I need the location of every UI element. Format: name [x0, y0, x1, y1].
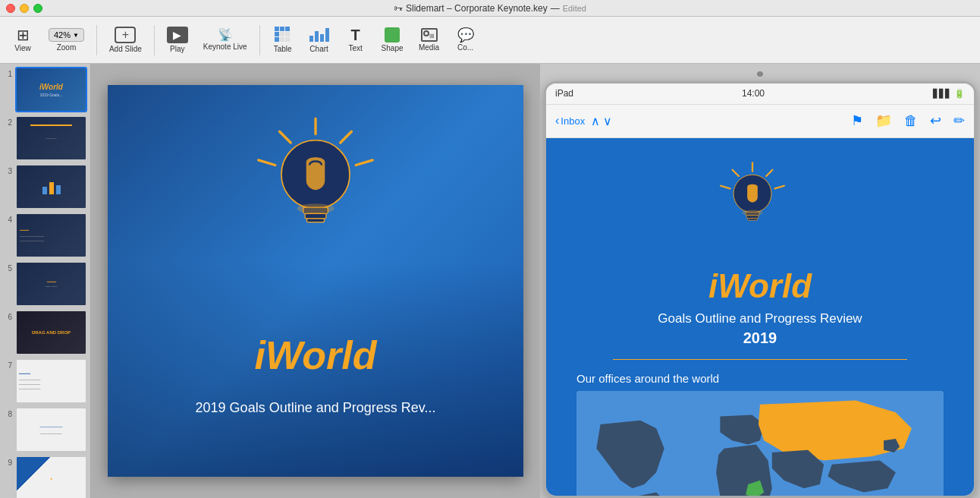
- up-arrow-icon[interactable]: ∧: [591, 114, 600, 128]
- reply-icon[interactable]: ↩: [930, 112, 941, 129]
- trash-icon[interactable]: 🗑: [904, 113, 918, 129]
- chart-label: Chart: [309, 45, 328, 53]
- chart-icon: [309, 27, 329, 43]
- slide-number: 8: [3, 410, 12, 418]
- flag-icon[interactable]: ⚑: [851, 112, 863, 129]
- zoom-dropdown[interactable]: 42% ▼: [49, 28, 84, 42]
- list-item[interactable]: 6 DRAG AND DROP: [3, 310, 87, 355]
- slide-thumbnail[interactable]: [15, 164, 87, 210]
- slide-thumbnail[interactable]: ●: [15, 455, 87, 498]
- slide-number: 7: [3, 361, 12, 370]
- list-item[interactable]: 1 iWorld 2019 Goals...: [3, 67, 87, 112]
- title-bar: 🗝 Slidemart – Corporate Keynote.key — Ed…: [0, 0, 980, 17]
- list-item[interactable]: 5 ━━━━ ── ──: [3, 261, 87, 307]
- comment-button[interactable]: 💬 Co...: [449, 25, 482, 55]
- close-button[interactable]: [6, 4, 15, 13]
- canvas-area[interactable]: iWorld 2019 Goals Outline and Progress R…: [91, 64, 540, 498]
- svg-line-11: [766, 170, 772, 176]
- add-slide-icon: +: [115, 27, 136, 43]
- list-item[interactable]: 2 ────: [3, 115, 87, 161]
- svg-line-3: [280, 131, 291, 143]
- text-icon: T: [350, 27, 360, 43]
- add-slide-button[interactable]: + Add Slide: [103, 24, 148, 56]
- slide-number: 9: [3, 459, 12, 467]
- svg-line-14: [721, 186, 730, 189]
- ipad-brand: iPad: [555, 88, 573, 99]
- ipad-slide-year: 2019: [743, 329, 777, 347]
- list-item[interactable]: 4 ━━━━ ───────── ─────────: [3, 213, 87, 258]
- shape-button[interactable]: Shape: [375, 24, 410, 55]
- slide-thumb-content: [17, 165, 86, 208]
- add-slide-label: Add Slide: [109, 45, 142, 53]
- slide-thumbnail[interactable]: ━━━━━ ──────── ──────── ────────: [15, 358, 87, 404]
- table-button[interactable]: Table: [266, 24, 300, 56]
- wifi-icon: ▋▋▋: [933, 89, 951, 99]
- ipad-offices-label: Our offices around the world: [576, 372, 719, 385]
- zoom-control[interactable]: 42% ▼ Zoom: [42, 25, 90, 55]
- list-item[interactable]: 9 ●: [3, 455, 87, 498]
- shape-icon: [385, 27, 400, 43]
- chevron-left-icon: ‹: [555, 114, 559, 128]
- view-button[interactable]: ⊞ View: [6, 24, 39, 55]
- ipad-status-icons: ▋▋▋ 🔋: [933, 89, 965, 99]
- keynote-live-button[interactable]: 📡 Keynote Live: [197, 26, 253, 54]
- ipad-device: iPad 14:00 ▋▋▋ 🔋 ‹ Inbox ∧ ∨: [544, 81, 976, 498]
- svg-point-9: [297, 203, 334, 213]
- svg-line-12: [775, 186, 784, 189]
- inbox-back-button[interactable]: ‹ Inbox: [555, 114, 585, 128]
- text-button[interactable]: T Text: [339, 24, 372, 55]
- toolbar: ⊞ View 42% ▼ Zoom + Add Slide ▶ Play 📡 K…: [0, 17, 980, 64]
- slide-panel[interactable]: 1 iWorld 2019 Goals... 2 ────: [0, 64, 91, 498]
- play-icon: ▶: [167, 27, 188, 43]
- ipad-status-bar: iPad 14:00 ▋▋▋ 🔋: [546, 84, 974, 105]
- list-item[interactable]: 8 ────── ────────: [3, 407, 87, 452]
- slide-thumb-content: ━━━━ ───────── ─────────: [17, 214, 86, 257]
- maximize-button[interactable]: [33, 4, 42, 13]
- table-icon: [275, 27, 291, 43]
- media-button[interactable]: ⊞ Media: [413, 25, 446, 55]
- slide-number: 1: [3, 70, 12, 78]
- slide-thumbnail[interactable]: ━━━━ ── ──: [15, 261, 87, 307]
- ipad-divider: [613, 359, 906, 360]
- svg-line-4: [259, 160, 275, 165]
- nav-arrows[interactable]: ∧ ∨: [591, 114, 612, 128]
- main-content: 1 iWorld 2019 Goals... 2 ────: [0, 64, 980, 498]
- slide-subtitle: 2019 Goals Outline and Progress Rev...: [108, 400, 523, 416]
- ipad-mail-toolbar: ‹ Inbox ∧ ∨ ⚑ 📁 🗑 ↩ ✏: [546, 105, 974, 138]
- slide-thumbnail[interactable]: ━━━━ ───────── ─────────: [15, 213, 87, 258]
- chart-button[interactable]: Chart: [303, 24, 336, 56]
- slide-number: 6: [3, 313, 12, 321]
- text-label: Text: [348, 44, 362, 52]
- slide-thumb-content: ────: [17, 117, 86, 159]
- inbox-label: Inbox: [561, 115, 585, 127]
- slide-thumbnail[interactable]: iWorld 2019 Goals...: [15, 67, 87, 112]
- down-arrow-icon[interactable]: ∨: [603, 114, 612, 128]
- svg-point-19: [742, 210, 762, 215]
- compose-icon[interactable]: ✏: [953, 112, 965, 129]
- ipad-camera: [757, 71, 763, 77]
- main-slide[interactable]: iWorld 2019 Goals Outline and Progress R…: [108, 85, 523, 477]
- slide-thumbnail[interactable]: DRAG AND DROP: [15, 310, 87, 355]
- comment-icon: 💬: [457, 28, 474, 42]
- slide-number: 2: [3, 118, 12, 127]
- zoom-value: 42%: [54, 30, 71, 39]
- slide-number: 3: [3, 167, 12, 175]
- zoom-label: Zoom: [57, 43, 77, 52]
- ipad-panel: iPad 14:00 ▋▋▋ 🔋 ‹ Inbox ∧ ∨: [540, 64, 980, 498]
- ipad-slide-preview: iWorld Goals Outline and Progress Review…: [546, 138, 974, 496]
- slide-thumbnail[interactable]: ────: [15, 115, 87, 161]
- svg-line-13: [733, 170, 739, 176]
- play-button[interactable]: ▶ Play: [161, 24, 194, 56]
- window-controls[interactable]: [6, 4, 42, 13]
- folder-icon[interactable]: 📁: [875, 112, 892, 129]
- list-item[interactable]: 3: [3, 164, 87, 210]
- ipad-bulb-graphic: [715, 161, 806, 252]
- slide-number: 5: [3, 264, 12, 273]
- slide-title: iWorld: [108, 333, 523, 378]
- battery-icon: 🔋: [954, 89, 965, 99]
- svg-rect-8: [307, 219, 325, 222]
- slide-thumbnail[interactable]: ────── ────────: [15, 407, 87, 452]
- edit-status: Edited: [563, 4, 586, 13]
- list-item[interactable]: 7 ━━━━━ ──────── ──────── ────────: [3, 358, 87, 404]
- minimize-button[interactable]: [20, 4, 29, 13]
